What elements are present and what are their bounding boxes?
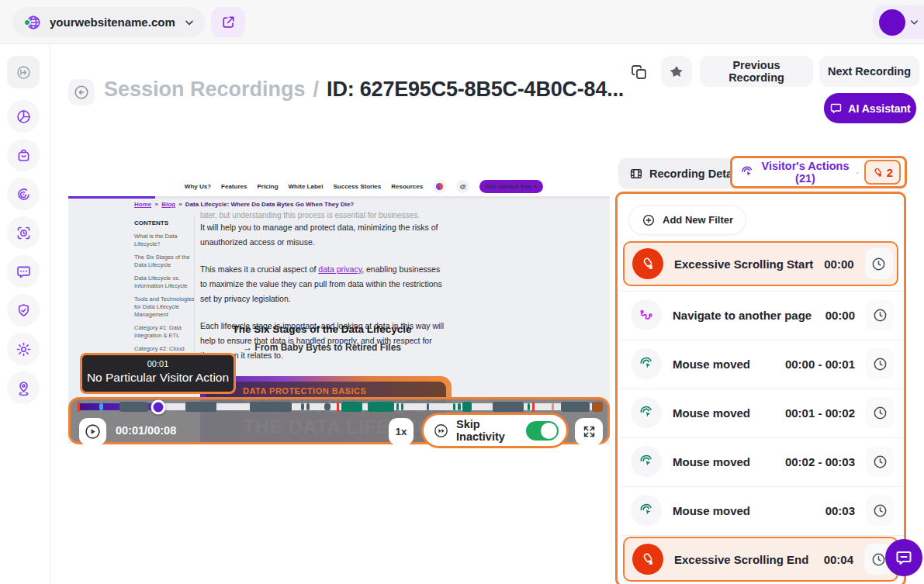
jump-to-time-button[interactable] — [866, 446, 894, 477]
clock-icon — [870, 551, 887, 568]
row-divider — [620, 486, 904, 487]
jump-to-time-button[interactable] — [866, 397, 894, 428]
jump-to-time-button[interactable] — [865, 248, 893, 279]
ai-assistant-label: AI Assistant — [848, 102, 910, 115]
play-button[interactable] — [79, 418, 106, 445]
chat-bubble-icon — [16, 264, 32, 280]
action-label: Excessive Scrolling End — [674, 553, 813, 566]
tab-visitors-actions[interactable]: Visitor's Actions (21) — [740, 160, 851, 185]
action-label: Mouse moved — [673, 504, 815, 517]
visitors-actions-annotation: Visitor's Actions (21) · 2 — [730, 156, 907, 188]
recorded-breadcrumb-sep: » — [178, 201, 182, 208]
jump-to-time-button[interactable] — [866, 348, 894, 379]
timeline-event-segment — [324, 403, 330, 410]
avatar — [879, 9, 905, 36]
website-selector[interactable]: yourwebsitename.com — [12, 7, 205, 37]
action-row-mouse-moved[interactable]: Mouse moved 00:01 - 00:02 — [623, 390, 898, 435]
website-name: yourwebsitename.com — [50, 16, 175, 29]
support-chat-button[interactable] — [885, 539, 922, 576]
navigate-route-icon — [631, 299, 662, 330]
action-time: 00:01 - 00:02 — [785, 406, 855, 420]
playback-speed-button[interactable]: 1x — [389, 418, 414, 445]
sidebar-item-feedback[interactable] — [7, 255, 40, 288]
sidebar-item-settings[interactable] — [7, 333, 40, 365]
skip-inactivity-toggle[interactable] — [526, 421, 559, 441]
article-subheading: → From Baby Bytes to Retired Files — [200, 342, 444, 353]
action-time: 00:03 — [825, 504, 855, 517]
chat-icon — [829, 102, 843, 115]
action-time: 00:04 — [824, 553, 853, 566]
contents-heading: CONTENTS — [134, 219, 195, 226]
jump-to-time-button[interactable] — [866, 495, 894, 526]
favorite-button[interactable] — [661, 56, 692, 87]
back-button[interactable] — [68, 79, 95, 105]
collapse-panel-icon — [16, 64, 32, 81]
action-row-mouse-moved[interactable]: Mouse moved 00:02 - 00:03 — [623, 439, 898, 484]
timeline-event-segment — [341, 402, 362, 412]
timeline-event-segment — [462, 402, 472, 412]
sidebar-collapse-button[interactable] — [7, 56, 40, 88]
row-divider — [620, 340, 904, 340]
pie-chart-icon — [16, 109, 32, 125]
action-row-mouse-moved[interactable]: Mouse moved 00:03 — [623, 488, 898, 533]
recorded-at-icon: @ — [456, 180, 469, 193]
clock-icon — [872, 405, 888, 421]
mouse-moved-icon — [631, 348, 662, 379]
chat-widget-icon — [895, 548, 913, 567]
copy-id-button[interactable] — [630, 62, 650, 82]
contents-item: The Six Stages of the Data Lifecycle — [134, 254, 195, 269]
clock-icon — [870, 256, 887, 272]
timeline-event-segment — [453, 403, 455, 410]
tab-separator-dot: · — [856, 166, 860, 178]
recorded-breadcrumb: Home » Blog » Data Lifecycle: Where Do D… — [134, 201, 354, 208]
add-new-filter-label: Add New Filter — [663, 214, 733, 226]
recording-focus-icon — [16, 225, 32, 241]
skip-inactivity-control[interactable]: Skip Inactivity — [421, 413, 569, 448]
next-recording-button[interactable]: Next Recording — [819, 56, 919, 87]
timeline-event-segment — [592, 402, 603, 412]
action-row-mouse-moved[interactable]: Mouse moved 00:00 - 00:01 — [623, 341, 898, 386]
fullscreen-button[interactable] — [575, 418, 603, 445]
timeline-playhead[interactable] — [151, 399, 166, 414]
recorded-nav-link: Resources — [391, 183, 423, 190]
contents-item: Data Lifecycle vs. Information Lifecycle — [134, 275, 195, 290]
action-row-excessive-scrolling-end[interactable]: Excessive Scrolling End 00:04 — [623, 537, 898, 582]
jump-to-time-button[interactable] — [866, 299, 894, 330]
timeline-tooltip: 00:01 No Particular Visitor Action — [80, 353, 236, 394]
timeline-track[interactable] — [78, 403, 603, 410]
recorded-breadcrumb-title: Data Lifecycle: Where Do Data Bytes Go W… — [185, 201, 354, 208]
plus-circle-icon — [642, 213, 656, 227]
recorded-scroll-progress — [68, 196, 610, 199]
excessive-scrolling-icon — [632, 248, 663, 279]
recorded-nav-link: White Label — [289, 183, 324, 190]
previous-recording-button[interactable]: Previous Recording — [700, 56, 813, 87]
action-row-excessive-scrolling-start[interactable]: Excessive Scrolling Start 00:00 — [623, 241, 898, 286]
paragraph-text: This makes it a crucial aspect of — [200, 264, 318, 274]
breadcrumb-section: Session Recordings — [104, 78, 306, 102]
open-website-button[interactable] — [211, 7, 245, 37]
action-row-navigate[interactable]: Navigate to another page 00:00 — [623, 292, 898, 337]
sidebar-item-conversions[interactable] — [7, 139, 40, 171]
sidebar-item-security[interactable] — [7, 294, 40, 327]
action-label: Navigate to another page — [673, 309, 815, 322]
visitors-actions-panel: Add New Filter Excessive Scrolling Start… — [615, 192, 906, 584]
action-label: Mouse moved — [673, 455, 774, 468]
recorded-cta-button: Get started free » — [479, 180, 543, 193]
excessive-scrolling-badge[interactable]: 2 — [864, 160, 901, 185]
account-menu[interactable] — [873, 5, 924, 39]
article-paragraph: This makes it a crucial aspect of data p… — [200, 262, 444, 306]
sidebar-item-heatmaps[interactable] — [7, 178, 40, 210]
scroll-alert-icon — [872, 167, 884, 178]
add-new-filter-button[interactable]: Add New Filter — [628, 205, 746, 235]
tooltip-label: No Particular Visitor Action — [82, 371, 234, 385]
ai-assistant-button[interactable]: AI Assistant — [824, 93, 916, 123]
sidebar-item-session-recordings[interactable] — [7, 216, 40, 249]
sidebar-item-dashboard[interactable] — [7, 100, 40, 133]
recorded-clipped-text: later, but understanding this process is… — [200, 211, 456, 219]
website-status-dot — [23, 19, 31, 26]
timeline-event-segment — [368, 402, 394, 412]
recorded-page-nav: Why Us? Features Pricing White Label Suc… — [185, 176, 543, 196]
sidebar-item-tracking[interactable] — [7, 371, 40, 404]
clock-icon — [872, 356, 888, 372]
player-controls: 00:01/00:08 1x Skip Inactivity — [68, 397, 610, 444]
